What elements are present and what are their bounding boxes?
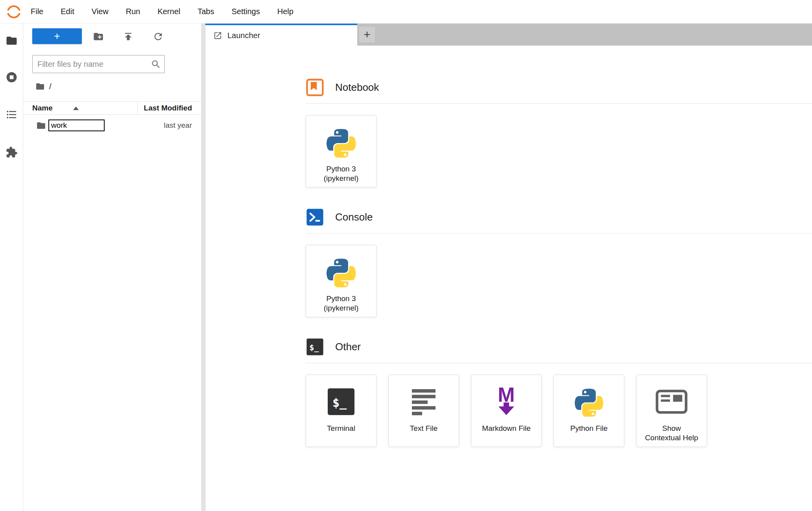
new-tab-button[interactable]: + <box>359 27 375 42</box>
search-icon <box>151 59 161 70</box>
tab-bar: Launcher + <box>205 24 812 46</box>
main-area: Launcher + Notebook <box>205 24 812 511</box>
breadcrumb-root[interactable]: / <box>49 82 52 91</box>
card-label: Text File <box>410 424 438 433</box>
running-kernels-tab[interactable] <box>6 71 18 83</box>
python-icon <box>326 125 356 159</box>
markdown-icon: M <box>491 385 522 419</box>
activity-bar <box>0 24 23 511</box>
extension-manager-tab[interactable] <box>6 146 18 158</box>
section-divider <box>306 363 812 363</box>
launcher-card-python-file[interactable]: Python File <box>554 375 624 447</box>
section-divider <box>306 233 812 233</box>
svg-text:$_: $_ <box>332 396 347 410</box>
column-header-last-modified[interactable]: Last Modified <box>137 102 201 114</box>
new-folder-button[interactable] <box>92 30 105 43</box>
section-title-console: Console <box>335 211 373 223</box>
rename-input[interactable] <box>48 119 105 131</box>
text-file-icon <box>408 385 439 419</box>
menu-run[interactable]: Run <box>117 0 149 23</box>
python-icon <box>326 255 356 289</box>
launcher-section-console: Console Python 3 (ipykernel) <box>306 208 812 317</box>
menu-view[interactable]: View <box>83 0 117 23</box>
terminal-icon: $_ <box>306 338 324 356</box>
section-divider <box>306 103 812 104</box>
launcher-card-python3-console[interactable]: Python 3 (ipykernel) <box>306 245 376 317</box>
file-browser-panel: + / Name Last Modified <box>23 24 201 511</box>
console-icon <box>306 208 324 226</box>
menu-items: File Edit View Run Kernel Tabs Settings … <box>22 0 302 23</box>
terminal-icon: $_ <box>325 385 357 419</box>
launcher-card-terminal[interactable]: $_ Terminal <box>306 375 376 447</box>
file-modified: last year <box>105 121 201 130</box>
menu-edit[interactable]: Edit <box>52 0 83 23</box>
launcher-card-python3-notebook[interactable]: Python 3 (ipykernel) <box>306 115 376 187</box>
menu-kernel[interactable]: Kernel <box>149 0 189 23</box>
launcher-section-notebook: Notebook Python 3 (ipykernel) <box>306 78 812 187</box>
card-label: Python File <box>570 424 607 433</box>
menu-help[interactable]: Help <box>269 0 302 23</box>
file-browser-tab[interactable] <box>6 35 18 47</box>
launcher-card-text-file[interactable]: Text File <box>388 375 459 447</box>
jupyter-logo <box>6 4 22 20</box>
panel-splitter[interactable] <box>201 24 205 511</box>
card-label: Show Contextual Help <box>645 424 698 443</box>
refresh-button[interactable] <box>151 30 165 43</box>
sort-ascending-icon <box>73 107 79 110</box>
filter-files-box <box>32 55 165 73</box>
svg-text:$_: $_ <box>309 343 319 352</box>
menu-tabs[interactable]: Tabs <box>189 0 223 23</box>
file-row-work[interactable]: last year <box>23 118 201 133</box>
menu-bar: File Edit View Run Kernel Tabs Settings … <box>0 0 812 24</box>
section-title-other: Other <box>335 341 361 353</box>
tab-label: Launcher <box>227 31 260 40</box>
menu-settings[interactable]: Settings <box>223 0 268 23</box>
jupyterlab-app: File Edit View Run Kernel Tabs Settings … <box>0 0 812 511</box>
new-launcher-button[interactable]: + <box>32 28 82 44</box>
contextual-help-icon <box>655 385 688 419</box>
launcher-panel: Notebook Python 3 (ipykernel) <box>205 46 812 511</box>
card-label: Markdown File <box>482 424 531 433</box>
breadcrumb: / <box>35 80 52 93</box>
card-label: Python 3 (ipykernel) <box>324 164 359 183</box>
upload-button[interactable] <box>122 30 135 43</box>
home-folder-icon[interactable] <box>35 82 45 91</box>
python-icon <box>574 385 604 419</box>
launcher-card-show-contextual-help[interactable]: Show Contextual Help <box>636 375 707 447</box>
table-of-contents-tab[interactable] <box>6 108 18 121</box>
launcher-section-other: $_ Other $_ <box>306 338 812 447</box>
file-list-header: Name Last Modified <box>23 101 201 115</box>
tab-launcher[interactable]: Launcher <box>205 24 357 46</box>
section-title-notebook: Notebook <box>335 81 379 94</box>
filter-files-input[interactable] <box>33 60 151 69</box>
notebook-icon <box>306 78 324 97</box>
column-header-name[interactable]: Name <box>23 102 137 114</box>
column-name-label: Name <box>32 104 53 112</box>
menu-file[interactable]: File <box>22 0 52 23</box>
card-label: Terminal <box>327 424 355 433</box>
card-label: Python 3 (ipykernel) <box>324 294 359 313</box>
folder-icon <box>36 121 46 131</box>
launcher-card-markdown-file[interactable]: M Markdown File <box>471 375 542 447</box>
launcher-icon <box>213 31 222 40</box>
